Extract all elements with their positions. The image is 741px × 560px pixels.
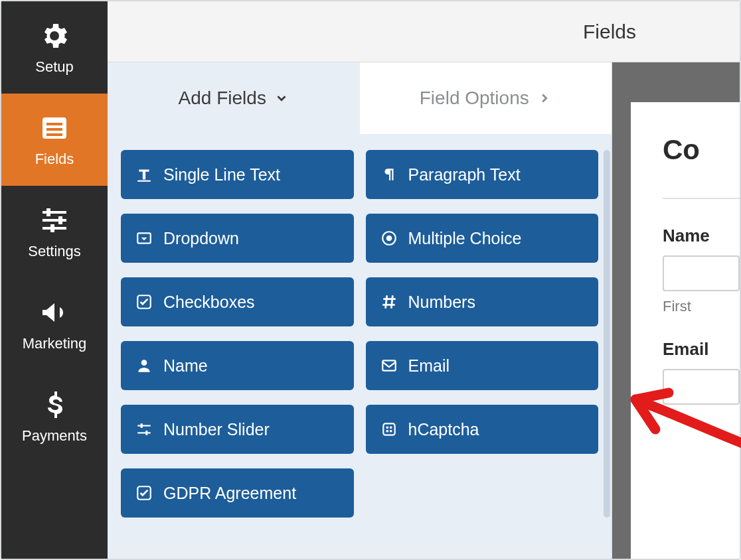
tab-label: Field Options — [420, 88, 529, 109]
form-title: Co — [663, 134, 740, 166]
svg-rect-19 — [141, 423, 143, 428]
svg-rect-20 — [145, 431, 147, 435]
tab-add-fields[interactable]: Add Fields — [108, 62, 360, 134]
field-single-line-text[interactable]: Single Line Text — [121, 150, 354, 199]
svg-rect-21 — [383, 423, 394, 435]
field-label: hCaptcha — [408, 420, 479, 439]
svg-rect-2 — [46, 128, 62, 131]
hash-icon — [380, 293, 398, 311]
svg-rect-23 — [390, 427, 392, 429]
sidebar: Setup Fields Settings Marketing Payments — [1, 1, 108, 559]
tab-label: Add Fields — [179, 88, 266, 109]
tabbar: Add Fields Field Options — [108, 62, 612, 134]
field-checkboxes[interactable]: Checkboxes — [121, 277, 354, 326]
bullhorn-icon — [39, 297, 70, 328]
field-label: Dropdown — [163, 229, 239, 248]
paragraph-icon — [380, 166, 398, 183]
person-icon — [135, 357, 153, 374]
sidebar-item-label: Settings — [28, 243, 81, 260]
field-label: Email — [408, 356, 450, 376]
field-number-slider[interactable]: Number Slider — [121, 405, 354, 454]
hcaptcha-icon — [380, 421, 398, 438]
sidebar-item-label: Fields — [35, 151, 74, 168]
svg-rect-4 — [42, 211, 66, 214]
svg-rect-18 — [137, 432, 151, 433]
svg-rect-24 — [386, 430, 388, 432]
sidebar-item-label: Payments — [22, 427, 87, 445]
svg-rect-16 — [382, 360, 396, 370]
sliders-icon — [135, 421, 153, 438]
name-label: Name — [663, 226, 740, 246]
sidebar-item-marketing[interactable]: Marketing — [1, 278, 108, 370]
list-icon — [39, 112, 70, 144]
field-label: Paragraph Text — [408, 165, 521, 184]
checkbox-icon — [135, 293, 153, 311]
svg-rect-10 — [137, 180, 151, 182]
email-input[interactable] — [663, 369, 740, 405]
sidebar-item-settings[interactable]: Settings — [1, 186, 108, 278]
field-label: Name — [163, 356, 208, 376]
field-label: Single Line Text — [163, 165, 280, 184]
sliders-icon — [39, 204, 70, 236]
svg-rect-25 — [390, 430, 392, 432]
scrollbar[interactable] — [604, 150, 610, 518]
envelope-icon — [380, 357, 398, 374]
radio-icon — [380, 230, 398, 247]
field-grid: Single Line Text Paragraph Text Dropdown… — [108, 134, 612, 533]
chevron-down-icon — [274, 91, 289, 105]
svg-rect-7 — [46, 208, 50, 216]
email-label: Email — [663, 339, 740, 360]
text-icon — [135, 166, 153, 183]
dollar-icon — [39, 389, 70, 421]
field-paragraph-text[interactable]: Paragraph Text — [366, 150, 599, 199]
svg-point-13 — [386, 236, 392, 242]
dropdown-icon — [135, 230, 153, 247]
svg-rect-9 — [50, 224, 54, 232]
fields-panel: Add Fields Field Options Single Line Tex… — [108, 62, 612, 559]
sidebar-item-setup[interactable]: Setup — [1, 1, 108, 94]
sidebar-item-label: Marketing — [23, 335, 87, 352]
preview-panel: Co Name First Email — [612, 62, 740, 559]
field-label: Number Slider — [163, 420, 270, 439]
svg-rect-8 — [58, 216, 62, 224]
svg-rect-3 — [46, 133, 62, 136]
field-label: GDPR Agreement — [163, 484, 296, 503]
field-numbers[interactable]: Numbers — [366, 277, 599, 326]
gear-icon — [39, 20, 70, 52]
first-name-input[interactable] — [663, 255, 740, 291]
main-area: Fields Add Fields Field Options — [108, 1, 740, 559]
svg-rect-22 — [386, 427, 388, 429]
svg-rect-17 — [137, 425, 151, 427]
divider — [663, 198, 740, 199]
page-title: Fields — [583, 21, 636, 43]
field-multiple-choice[interactable]: Multiple Choice — [366, 214, 599, 263]
sidebar-item-fields[interactable]: Fields — [1, 94, 108, 186]
field-label: Numbers — [408, 293, 475, 312]
field-gdpr-agreement[interactable]: GDPR Agreement — [121, 468, 354, 518]
field-dropdown[interactable]: Dropdown — [121, 214, 354, 263]
field-label: Multiple Choice — [408, 229, 522, 248]
svg-point-15 — [141, 360, 147, 366]
svg-rect-1 — [46, 123, 62, 125]
first-sublabel: First — [663, 298, 740, 315]
field-label: Checkboxes — [163, 293, 255, 312]
field-hcaptcha[interactable]: hCaptcha — [366, 405, 599, 454]
checkbox-icon — [135, 484, 153, 502]
sidebar-item-label: Setup — [35, 58, 74, 76]
topbar: Fields — [108, 1, 740, 62]
svg-rect-5 — [42, 219, 66, 222]
form-preview: Co Name First Email — [631, 102, 740, 559]
tab-field-options[interactable]: Field Options — [360, 62, 612, 134]
field-email[interactable]: Email — [366, 341, 599, 390]
sidebar-item-payments[interactable]: Payments — [1, 370, 108, 462]
field-name[interactable]: Name — [121, 341, 354, 390]
chevron-right-icon — [537, 91, 552, 105]
